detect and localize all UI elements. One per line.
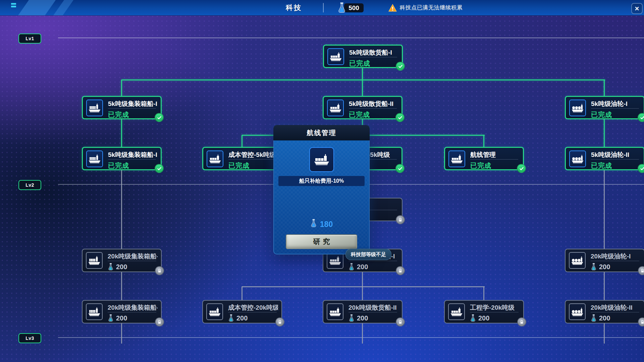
level-1-line: [58, 38, 644, 38]
tech-node[interactable]: 航线管理已完成: [444, 147, 524, 170]
tech-node[interactable]: 5k吨级集装箱船-II已完成: [82, 147, 162, 170]
popup-cost: 180: [274, 219, 369, 230]
warning-icon: [388, 4, 397, 12]
divider: [108, 159, 156, 160]
ship-icon: [327, 48, 344, 65]
tech-node-cost: 200: [108, 314, 127, 322]
level-badge-label: Lv1: [25, 36, 34, 41]
tech-node-status: 已完成: [591, 110, 612, 119]
connector-line: [604, 323, 605, 344]
title-divider: [323, 3, 324, 12]
tech-points-warning: 科技点已满无法继续积累: [388, 0, 463, 15]
connector-line: [121, 272, 122, 301]
connector-line: [121, 80, 122, 97]
lock-icon: [396, 215, 405, 224]
popup-cost-value: 180: [320, 220, 333, 229]
popup-title: 航线管理: [307, 128, 336, 137]
divider: [348, 261, 397, 261]
tech-node[interactable]: 5k吨级集装箱船-I已完成: [82, 96, 162, 119]
divider: [349, 57, 397, 57]
tech-node-status: 已完成: [108, 161, 129, 170]
ship-icon: [569, 100, 586, 116]
lock-icon: [155, 266, 164, 275]
tech-node[interactable]: 20k吨级油轮-I200: [565, 249, 644, 272]
completed-check-icon: [396, 62, 405, 71]
research-button-label: 研究: [311, 237, 333, 246]
tech-node-title: 5k吨级散货船-II: [349, 100, 398, 108]
divider: [591, 261, 639, 261]
decor-stripe: [16, 0, 58, 15]
level-3-line: [58, 337, 644, 338]
decor-tick: [11, 6, 16, 7]
tech-node-cost: 200: [108, 263, 127, 271]
connector-line: [121, 79, 605, 80]
ship-icon: [327, 100, 344, 116]
ship-icon: [327, 252, 343, 269]
divider: [591, 108, 639, 109]
tech-node[interactable]: 20k吨级集装箱船-I200: [82, 249, 162, 272]
connector-line: [241, 135, 243, 147]
completed-check-icon: [155, 113, 164, 122]
cost-value: 200: [236, 314, 248, 322]
divider: [591, 312, 639, 312]
connector-line: [362, 80, 363, 97]
connector-line: [121, 119, 122, 147]
ship-icon: [448, 303, 465, 320]
level-badge-label: Lv3: [25, 336, 34, 341]
tech-node-title: 5k吨级油轮-I: [591, 100, 640, 108]
divider: [108, 108, 156, 109]
tech-node[interactable]: 5k吨级油轮-II已完成: [565, 147, 644, 170]
tech-node-cost: 200: [348, 263, 368, 271]
ship-icon: [86, 303, 103, 320]
tech-node-title: 航线管理: [470, 150, 520, 159]
divider: [108, 312, 156, 312]
ship-icon: [569, 303, 586, 320]
close-button[interactable]: ×: [631, 3, 643, 14]
ship-icon: [309, 147, 334, 172]
tech-node[interactable]: 20k吨级油轮-II200: [565, 300, 644, 323]
divider: [108, 261, 156, 261]
connector-line: [604, 170, 605, 249]
ship-icon: [86, 150, 103, 167]
connector-line: [362, 272, 363, 287]
tech-points-counter: 500: [344, 3, 364, 12]
tech-node-cost: 200: [591, 314, 610, 322]
tech-node[interactable]: 20k吨级散货船-II200: [323, 300, 402, 323]
level-badge-lv2: Lv2: [18, 180, 41, 190]
connector-line: [362, 323, 363, 344]
tech-node[interactable]: 20k吨级集装箱船-II200: [82, 300, 162, 323]
tech-node-title: 成本管控-5k吨级: [228, 150, 278, 159]
cost-value: 200: [478, 314, 489, 322]
tech-node[interactable]: 成本管控-5k吨级已完成: [202, 147, 282, 170]
ship-icon: [569, 252, 586, 269]
lock-icon: [275, 317, 284, 326]
tech-node-status: 已完成: [228, 161, 250, 170]
completed-check-icon: [155, 164, 164, 173]
tech-node[interactable]: 5k吨级散货船-II已完成: [323, 96, 402, 119]
tech-node-title: 20k吨级集装箱船-II: [108, 303, 158, 312]
popup-header: 航线管理: [273, 125, 370, 140]
tech-node-status: 已完成: [349, 110, 370, 119]
ship-icon: [86, 100, 103, 116]
tech-node-status: 已完成: [108, 110, 129, 119]
connector-line: [121, 170, 122, 249]
lock-icon: [396, 317, 405, 326]
tech-node[interactable]: 5k吨级油轮-I已完成: [565, 96, 644, 119]
ship-icon: [207, 150, 223, 167]
lock-icon: [517, 317, 526, 326]
divider: [228, 159, 276, 160]
connector-line: [242, 286, 485, 287]
divider: [470, 312, 519, 312]
tooltip-text: 科技部等级不足: [351, 251, 386, 258]
popup-effect-banner: 船只补给费用-10%: [278, 176, 365, 186]
divider: [348, 312, 397, 312]
ship-icon: [569, 150, 586, 167]
connector-line: [604, 80, 605, 97]
research-popup: 航线管理 船只补给费用-10% 180 研究: [273, 125, 370, 254]
tech-node[interactable]: 5k吨级散货船-I已完成: [323, 45, 403, 68]
tech-node[interactable]: 工程学-20k吨级200: [444, 300, 524, 323]
research-button[interactable]: 研究: [286, 234, 357, 249]
tech-node-title: 5k吨级集装箱船-II: [108, 150, 157, 159]
tech-node[interactable]: 成本管控-20k吨级200: [202, 300, 282, 323]
cost-value: 200: [116, 263, 127, 271]
